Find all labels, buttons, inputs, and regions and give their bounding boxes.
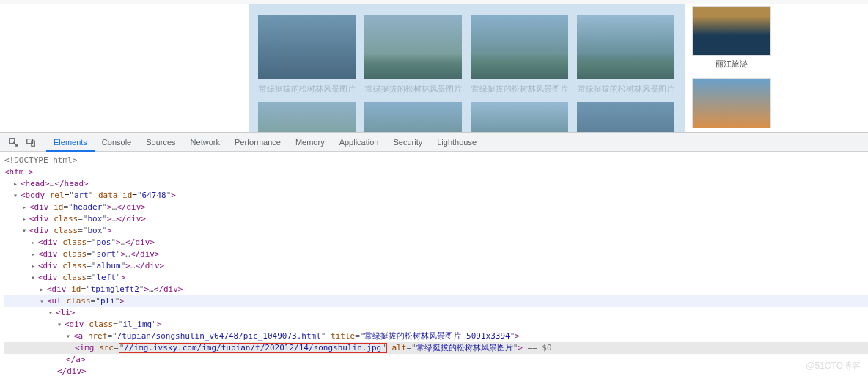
- device-toggle-icon[interactable]: [25, 136, 37, 148]
- dom-div-pos[interactable]: <div class="pos">…</div>: [4, 237, 868, 248]
- dom-li[interactable]: <li>: [4, 307, 868, 319]
- dom-html-open[interactable]: <html>: [4, 166, 868, 178]
- grid-card[interactable]: 常绿挺拔的松树林风景图片: [577, 15, 674, 95]
- grid-card[interactable]: [577, 102, 674, 132]
- toolbar-divider: [43, 136, 43, 148]
- dom-div-sort[interactable]: <div class="sort">…</div>: [4, 248, 868, 260]
- side-column: 丽江旅游 茶卡盐湖旅游: [692, 6, 771, 132]
- thumbnail-caption: 常绿挺拔的松树林风景图片: [258, 79, 356, 95]
- dom-div-box[interactable]: <div class="box">…</div>: [4, 213, 868, 225]
- grid-card[interactable]: [258, 102, 356, 132]
- side-caption: 丽江旅游: [692, 56, 771, 74]
- grid-card[interactable]: 常绿挺拔的松树林风景图片: [258, 15, 356, 95]
- tab-console[interactable]: Console: [95, 133, 139, 152]
- thumbnail-caption: 常绿挺拔的松树林风景图片: [577, 79, 674, 95]
- dom-div-header[interactable]: <div id="header">…</div>: [4, 202, 868, 213]
- dom-div-close[interactable]: </div>: [4, 366, 868, 376]
- thumbnail: [471, 102, 568, 132]
- dom-ul-pli[interactable]: <ul class="pli">: [4, 295, 868, 307]
- dom-div-tpimgleft2[interactable]: <div id="tpimgleft2">…</div>: [4, 284, 868, 295]
- grid-card[interactable]: 常绿挺拔的松树林风景图片: [471, 15, 568, 95]
- thumbnail: [577, 15, 674, 79]
- tab-lighthouse[interactable]: Lighthouse: [430, 133, 484, 152]
- dom-img-selected[interactable]: <img src="//img.ivsky.com/img/tupian/t/2…: [4, 342, 868, 354]
- dom-div-left[interactable]: <div class="left">: [4, 272, 868, 284]
- thumbnail: [258, 102, 356, 132]
- tab-memory[interactable]: Memory: [288, 133, 332, 152]
- thumbnail-caption: 常绿挺拔的松树林风景图片: [471, 79, 568, 95]
- dom-a-close[interactable]: </a>: [4, 354, 868, 366]
- devtools-panel: Elements Console Sources Network Perform…: [0, 132, 868, 376]
- devtools-toolbar: Elements Console Sources Network Perform…: [0, 133, 868, 152]
- dom-body-open[interactable]: <body rel="art" data-id="64748">: [4, 190, 868, 202]
- tab-network[interactable]: Network: [183, 133, 227, 152]
- browser-chrome-bar: [0, 0, 868, 4]
- side-card[interactable]: 丽江旅游: [692, 6, 771, 74]
- dom-a[interactable]: <a href="/tupian/songshulin_v64748/pic_1…: [4, 331, 868, 342]
- inspect-icon[interactable]: [7, 136, 19, 148]
- tab-application[interactable]: Application: [332, 133, 386, 152]
- thumbnail: [471, 15, 568, 79]
- watermark: @51CTO博客: [806, 360, 861, 372]
- tab-performance[interactable]: Performance: [227, 133, 288, 152]
- tab-elements[interactable]: Elements: [46, 133, 95, 152]
- dom-div-box[interactable]: <div class="box">: [4, 225, 868, 237]
- grid-card[interactable]: [364, 102, 462, 132]
- dom-div-album[interactable]: <div class="album">…</div>: [4, 260, 868, 272]
- dom-tree[interactable]: <!DOCTYPE html> <html> <head>…</head> <b…: [0, 152, 868, 376]
- grid-card[interactable]: 常绿挺拔的松树林风景图片: [364, 15, 462, 95]
- tab-security[interactable]: Security: [386, 133, 430, 152]
- page-preview: 常绿挺拔的松树林风景图片 常绿挺拔的松树林风景图片 常绿挺拔的松树林风景图片 常…: [0, 0, 868, 132]
- devtools-tabs: Elements Console Sources Network Perform…: [46, 133, 484, 152]
- grid-card[interactable]: [471, 102, 568, 132]
- dom-doctype[interactable]: <!DOCTYPE html>: [4, 155, 868, 166]
- thumbnail: [364, 15, 462, 79]
- side-thumbnail: [692, 6, 771, 56]
- dom-head[interactable]: <head>…</head>: [4, 178, 868, 190]
- image-grid: 常绿挺拔的松树林风景图片 常绿挺拔的松树林风景图片 常绿挺拔的松树林风景图片 常…: [258, 15, 680, 132]
- thumbnail: [577, 102, 674, 132]
- tab-sources[interactable]: Sources: [139, 133, 183, 152]
- dom-div-il-img[interactable]: <div class="il_img">: [4, 319, 868, 331]
- side-card[interactable]: 茶卡盐湖旅游: [692, 78, 771, 132]
- thumbnail-caption: 常绿挺拔的松树林风景图片: [364, 79, 462, 95]
- thumbnail: [258, 15, 356, 79]
- side-thumbnail: [692, 78, 771, 128]
- thumbnail: [364, 102, 462, 132]
